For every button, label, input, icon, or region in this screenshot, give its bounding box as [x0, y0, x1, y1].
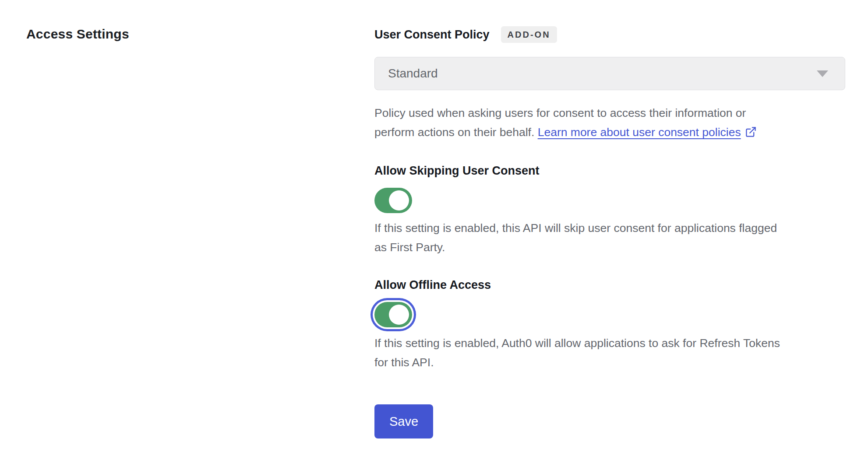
- consent-policy-description: Policy used when asking users for consen…: [374, 103, 845, 144]
- offline-access-description-line2: for this API.: [374, 353, 845, 372]
- section-title: Access Settings: [26, 26, 374, 42]
- learn-more-link[interactable]: Learn more about user consent policies: [538, 126, 741, 139]
- save-button[interactable]: Save: [374, 404, 433, 438]
- dropdown-caret-icon: [817, 70, 828, 77]
- settings-form-column: User Consent Policy ADD-ON Standard Poli…: [374, 26, 845, 438]
- access-settings-page: Access Settings User Consent Policy ADD-…: [0, 0, 868, 438]
- offline-access-description: If this setting is enabled, Auth0 will a…: [374, 333, 845, 372]
- toggle-knob: [389, 190, 409, 210]
- consent-policy-selected-value: Standard: [388, 67, 438, 81]
- skip-consent-description-line2: as First Party.: [374, 238, 845, 257]
- addon-badge: ADD-ON: [501, 26, 557, 43]
- section-header-column: Access Settings: [26, 26, 374, 438]
- consent-policy-description-line1: Policy used when asking users for consen…: [374, 103, 845, 123]
- skip-consent-label: Allow Skipping User Consent: [374, 164, 845, 178]
- skip-consent-description: If this setting is enabled, this API wil…: [374, 218, 845, 257]
- skip-consent-toggle[interactable]: [374, 188, 412, 213]
- consent-policy-label-row: User Consent Policy ADD-ON: [374, 26, 845, 43]
- skip-consent-description-line1: If this setting is enabled, this API wil…: [374, 218, 845, 238]
- consent-policy-label: User Consent Policy: [374, 27, 490, 42]
- offline-access-label: Allow Offline Access: [374, 278, 845, 292]
- offline-access-description-line1: If this setting is enabled, Auth0 will a…: [374, 333, 845, 353]
- toggle-knob: [389, 305, 409, 325]
- consent-policy-description-line2: perform actions on their behalf. Learn m…: [374, 123, 845, 144]
- external-link-icon: [745, 124, 757, 144]
- offline-access-toggle[interactable]: [374, 302, 412, 327]
- consent-policy-select[interactable]: Standard: [374, 57, 845, 90]
